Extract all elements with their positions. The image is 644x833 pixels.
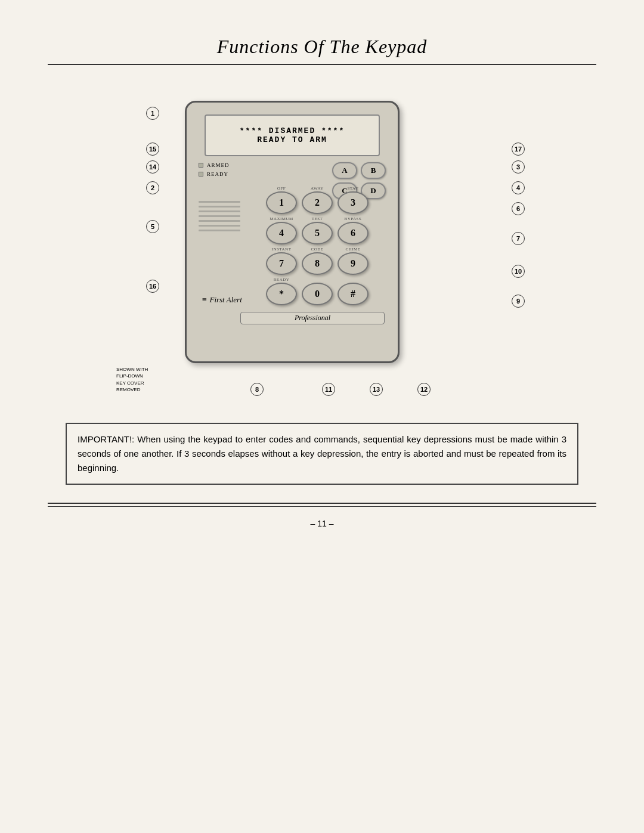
label-maximum: MAXIMUM [266,216,297,221]
label-row-2: MAXIMUM TEST BYPASS [249,216,386,221]
callout-6: 6 [512,202,525,215]
bottom-line-2 [48,506,596,507]
callout-17: 17 [512,143,525,156]
key-8[interactable]: 8 [302,252,333,275]
important-text: IMPORTANT!: When using the keypad to ent… [78,434,566,473]
display-line2: READY TO ARM [257,135,327,144]
keypad-diagram: **** DISARMED **** READY TO ARM ARMED RE… [113,89,531,399]
key-5[interactable]: 5 [302,222,333,244]
first-alert-logo: ≡ First Alert [202,295,242,305]
callout-12: 12 [417,383,431,396]
armed-indicator: ARMED [199,162,230,168]
ready-label: READY [207,171,228,177]
callout-9: 9 [512,295,525,308]
label-row-4: READY [249,277,386,282]
shown-with-note: SHOWN WITHFLIP-DOWNKEY COVERREMOVED [116,366,148,393]
key-B[interactable]: B [361,162,386,179]
label-instant: INSTANT [266,247,297,252]
ready-led [199,172,203,176]
page-number: – 11 – [48,519,596,528]
label-stay: STAY [338,186,369,191]
callout-2: 2 [146,181,159,194]
callout-7: 7 [512,232,525,245]
callout-16: 16 [146,280,159,293]
label-chime: CHIME [338,247,369,252]
keypad-grid: OFF AWAY STAY 1 2 3 MAXIMUM TEST BYPASS … [249,186,386,308]
hamburger-icon: ≡ [202,296,207,304]
status-indicators: ARMED READY [199,162,230,177]
page-title: Functions Of The Keypad [48,36,596,58]
callout-5: 5 [146,220,159,233]
callout-10: 10 [512,265,525,278]
callout-8: 8 [250,383,264,396]
ready-indicator: READY [199,171,230,177]
callout-15: 15 [146,143,159,156]
important-box: IMPORTANT!: When using the keypad to ent… [66,423,578,485]
callout-14: 14 [146,160,159,174]
professional-label: Professional [240,312,385,324]
label-code: CODE [302,247,333,252]
page: Functions Of The Keypad **** DISARMED **… [0,0,644,833]
label-0 [302,277,333,282]
label-off: OFF [266,186,297,191]
key-2[interactable]: 2 [302,191,333,214]
bottom-line-1 [48,503,596,504]
key-3[interactable]: 3 [338,191,369,214]
display-line1: **** DISARMED **** [240,126,345,135]
key-7[interactable]: 7 [266,252,297,275]
label-away: AWAY [302,186,333,191]
title-divider [48,64,596,65]
label-row-1: OFF AWAY STAY [249,186,386,191]
first-alert-text: First Alert [209,295,242,305]
callout-11: 11 [322,383,335,396]
keypad-device: **** DISARMED **** READY TO ARM ARMED RE… [185,101,400,363]
armed-label: ARMED [207,162,230,168]
speaker-grille [199,189,240,243]
label-test: TEST [302,216,333,221]
key-1[interactable]: 1 [266,191,297,214]
callout-1: 1 [146,107,159,120]
key-0[interactable]: 0 [302,283,333,305]
key-6[interactable]: 6 [338,222,369,244]
label-row-3: INSTANT CODE CHIME [249,247,386,252]
display-screen: **** DISARMED **** READY TO ARM [205,114,380,156]
key-star[interactable]: * [266,283,297,305]
callout-3: 3 [512,160,525,174]
key-row-2: 4 5 6 [249,222,386,244]
label-ready: READY [266,277,297,282]
key-4[interactable]: 4 [266,222,297,244]
callout-4: 4 [512,181,525,194]
label-hash [338,277,369,282]
armed-led [199,163,203,168]
key-hash[interactable]: # [338,283,369,305]
key-row-3: 7 8 9 [249,252,386,275]
key-9[interactable]: 9 [338,252,369,275]
label-bypass: BYPASS [338,216,369,221]
callout-13: 13 [370,383,383,396]
key-row-4: * 0 # [249,283,386,305]
key-row-1: 1 2 3 [249,191,386,214]
key-A[interactable]: A [332,162,357,179]
